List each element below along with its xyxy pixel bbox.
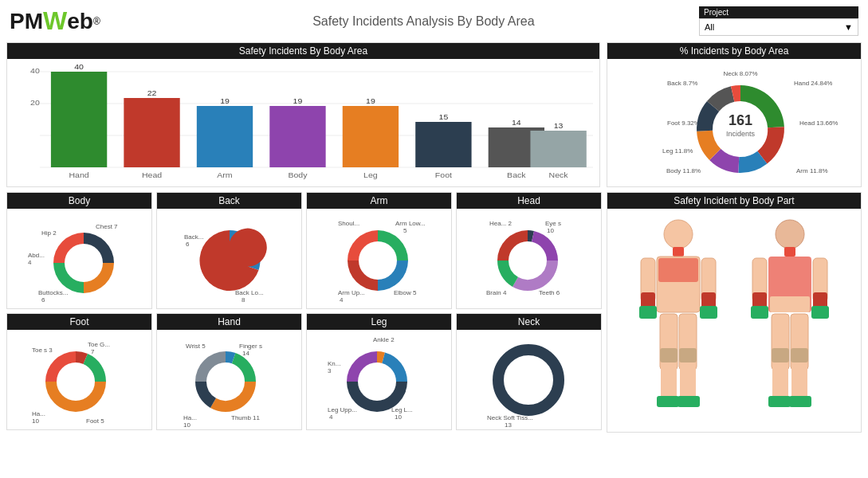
svg-text:Leg Upp...: Leg Upp... <box>328 406 357 413</box>
head-donut-container: Hea... 2 Eye s 10 Brain 4 Teeth 6 <box>457 209 601 308</box>
body-map-section: Safety Incident by Body Part <box>607 192 862 433</box>
project-label: Project <box>699 6 858 18</box>
svg-rect-117 <box>791 348 808 362</box>
svg-text:Brain 4: Brain 4 <box>486 289 507 296</box>
bar-chart-section: Safety Incidents By Body Area 40 20 40 H… <box>6 42 600 187</box>
svg-rect-101 <box>678 396 700 407</box>
head-donut-title: Head <box>457 193 601 209</box>
body-donut-svg: Hip 2 Chest 7 Abd... 4 Buttocks... 6 <box>24 211 136 307</box>
top-bar: PM W eb ® Safety Incidents Analysis By B… <box>0 0 868 42</box>
svg-text:Teeth 6: Teeth 6 <box>539 289 560 296</box>
body-donut-title: Body <box>7 193 151 209</box>
svg-text:Body 11.8%: Body 11.8% <box>666 167 701 174</box>
svg-text:19: 19 <box>366 97 375 105</box>
neck-donut-title: Neck <box>457 314 601 330</box>
svg-rect-114 <box>772 362 788 398</box>
foot-donut-container: Toe s 3 Toe G... 7 Ha... 10 Foot 5 <box>7 330 151 429</box>
leg-donut-title: Leg <box>307 314 451 330</box>
svg-text:Foot 9.32%: Foot 9.32% <box>667 120 700 127</box>
svg-text:Ankle 2: Ankle 2 <box>373 336 395 343</box>
svg-text:Kn...: Kn... <box>328 360 340 367</box>
svg-text:Body: Body <box>288 171 307 179</box>
back-donut-section: Back Back... 6 Back Lo... 8 <box>156 192 302 309</box>
svg-text:10: 10 <box>547 227 554 234</box>
arm-donut-container: Shoul... Arm Low... 5 Arm Up... 4 Elbow … <box>307 209 451 308</box>
svg-text:Back...: Back... <box>184 233 203 241</box>
hand-donut-title: Hand <box>157 314 301 330</box>
hand-donut-svg: Wrist 5 Finger s 14 Ha... 10 Thumb 11 <box>174 332 285 428</box>
svg-rect-108 <box>751 306 768 319</box>
neck-donut-section: Neck Neck Soft Tiss... 13 <box>456 313 602 430</box>
svg-text:Shoul...: Shoul... <box>338 220 359 227</box>
svg-rect-21 <box>415 122 471 167</box>
page-title: Safety Incidents Analysis By Body Area <box>312 14 534 29</box>
svg-text:19: 19 <box>220 97 230 105</box>
donut-chart-section: % Incidents by Body Area Neck 8.07% Back… <box>607 42 862 187</box>
svg-rect-27 <box>530 131 586 167</box>
head-donut-section: Head Hea... 2 Eye s 10 Brain 4 Teeth 6 <box>456 192 602 309</box>
svg-rect-111 <box>811 306 829 319</box>
project-dropdown[interactable]: All ▼ <box>699 18 858 36</box>
svg-text:14: 14 <box>512 119 521 127</box>
back-donut-title: Back <box>157 193 301 209</box>
leg-donut-container: Ankle 2 Kn... 3 Leg Upp... 4 Leg L... 10 <box>307 330 451 429</box>
svg-rect-9 <box>124 98 179 167</box>
svg-text:Hand 24.84%: Hand 24.84% <box>794 80 832 87</box>
back-donut-container: Back... 6 Back Lo... 8 <box>157 209 301 308</box>
svg-text:40: 40 <box>30 67 40 75</box>
svg-rect-97 <box>657 396 679 407</box>
svg-text:Arm: Arm <box>217 171 232 179</box>
svg-text:Hea... 2: Hea... 2 <box>489 220 513 227</box>
svg-point-83 <box>664 220 693 249</box>
hand-donut-section: Hand Wrist 5 Finger s 14 Ha... 10 Thumb … <box>156 313 302 430</box>
body-front-figure <box>626 217 730 424</box>
svg-text:15: 15 <box>439 113 449 121</box>
neck-donut-svg: Neck Soft Tiss... 13 <box>471 332 587 428</box>
svg-text:Back 8.7%: Back 8.7% <box>667 80 697 87</box>
bar-chart-container: 40 20 40 Hand 22 Head <box>7 59 599 186</box>
bar-chart-title: Safety Incidents By Body Area <box>7 43 599 59</box>
svg-rect-84 <box>673 247 684 257</box>
svg-rect-12 <box>197 106 253 167</box>
svg-text:5: 5 <box>403 227 407 234</box>
svg-text:10: 10 <box>183 421 190 428</box>
svg-text:Head: Head <box>142 171 162 179</box>
svg-text:Arm Low...: Arm Low... <box>395 220 426 227</box>
svg-rect-95 <box>660 348 678 362</box>
bar-chart-svg: 40 20 40 Hand 22 Head <box>14 64 593 179</box>
arm-donut-section: Arm Shoul... Arm Low... 5 Arm Up... 4 El… <box>306 192 452 309</box>
svg-text:7: 7 <box>91 348 95 355</box>
svg-point-102 <box>776 220 804 249</box>
hand-donut-container: Wrist 5 Finger s 14 Ha... 10 Thumb 11 <box>157 330 301 429</box>
svg-text:22: 22 <box>147 89 157 97</box>
svg-rect-90 <box>639 306 657 319</box>
svg-rect-87 <box>658 284 698 311</box>
arm-donut-title: Arm <box>307 193 451 209</box>
donut-chart-title: % Incidents by Body Area <box>607 43 861 59</box>
donuts-row1: Body Hip 2 Chest 7 Abd... 4 Buttocks... … <box>6 192 602 309</box>
svg-text:10: 10 <box>395 413 402 421</box>
svg-text:161: 161 <box>729 112 752 128</box>
svg-text:Leg: Leg <box>363 171 378 179</box>
head-donut-svg: Hea... 2 Eye s 10 Brain 4 Teeth 6 <box>473 211 585 307</box>
project-selector: Project All ▼ <box>699 6 858 36</box>
svg-text:Hand: Hand <box>69 171 88 179</box>
svg-text:8: 8 <box>242 296 245 304</box>
svg-rect-6 <box>51 72 107 167</box>
svg-rect-118 <box>791 362 807 398</box>
svg-text:4: 4 <box>329 413 333 421</box>
body-map-title: Safety Incident by Body Part <box>607 193 861 209</box>
svg-text:Foot: Foot <box>435 171 452 179</box>
svg-text:Leg 11.8%: Leg 11.8% <box>662 147 693 155</box>
svg-text:40: 40 <box>74 64 84 71</box>
body-map-container <box>607 209 861 432</box>
svg-text:Neck 8.07%: Neck 8.07% <box>723 70 757 77</box>
svg-text:3: 3 <box>328 367 332 374</box>
body-back-figure <box>738 217 842 424</box>
svg-rect-105 <box>770 296 810 312</box>
svg-text:Finger s: Finger s <box>239 343 262 350</box>
top-charts-row: Safety Incidents By Body Area 40 20 40 H… <box>6 42 862 187</box>
svg-text:Chest 7: Chest 7 <box>96 223 118 230</box>
svg-text:10: 10 <box>32 417 39 425</box>
body-donut-container: Hip 2 Chest 7 Abd... 4 Buttocks... 6 <box>7 209 151 308</box>
